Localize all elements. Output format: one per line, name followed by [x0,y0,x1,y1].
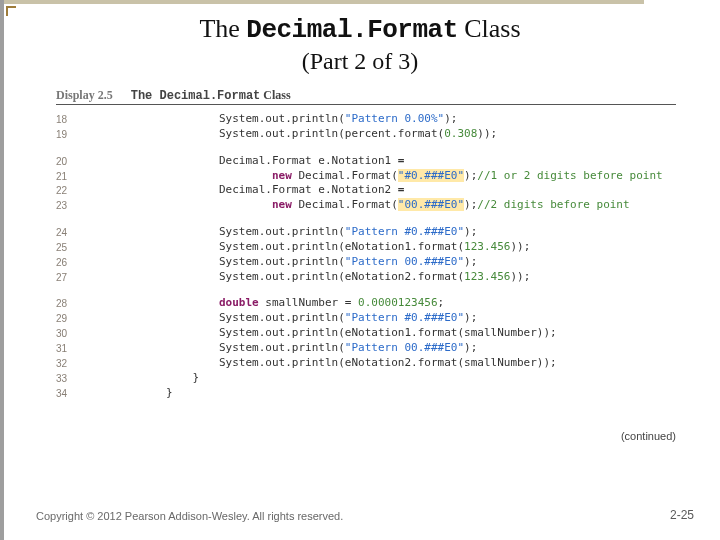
code-content: System.out.println("Pattern 00.###E0"); [84,341,676,356]
title-subtitle: (Part 2 of 3) [0,48,720,76]
line-number: 30 [56,326,84,341]
code-line: 34} [56,386,676,401]
code-line: 18 System.out.println("Pattern 0.00%"); [56,112,676,127]
code-content: System.out.println("Pattern #0.###E0"); [84,311,676,326]
code-content: System.out.println(eNotation1.format(sma… [84,326,676,341]
code-line: 31 System.out.println("Pattern 00.###E0"… [56,341,676,356]
code-line: 25 System.out.println(eNotation1.format(… [56,240,676,255]
line-number: 25 [56,240,84,255]
code-content: new Decimal.Format("00.###E0");//2 digit… [84,198,676,213]
code-blank-line [56,142,676,154]
line-number: 22 [56,183,84,198]
display-class-suffix: Class [260,88,290,102]
display-label: Display 2.5 [56,88,113,102]
code-line: 22 Decimal.Format e.Notation2 = [56,183,676,198]
code-blank-line [56,284,676,296]
code-line: 21 new Decimal.Format("#0.###E0");//1 or… [56,169,676,184]
code-line: 19 System.out.println(percent.format(0.3… [56,127,676,142]
line-number: 28 [56,296,84,311]
code-line: 33 } [56,371,676,386]
code-content: System.out.println("Pattern #0.###E0"); [84,225,676,240]
code-line: 29 System.out.println("Pattern #0.###E0"… [56,311,676,326]
code-content: new Decimal.Format("#0.###E0");//1 or 2 … [84,169,676,184]
line-number: 19 [56,127,84,142]
border-left [0,0,4,540]
code-content: Decimal.Format e.Notation2 = [84,183,676,198]
line-number: 21 [56,169,84,184]
line-number: 27 [56,270,84,285]
code-content: System.out.println("Pattern 0.00%"); [84,112,676,127]
line-number: 32 [56,356,84,371]
code-line: 30 System.out.println(eNotation1.format(… [56,326,676,341]
code-content: System.out.println(eNotation1.format(123… [84,240,676,255]
code-content: } [84,386,676,401]
code-line: 24 System.out.println("Pattern #0.###E0"… [56,225,676,240]
code-content: } [84,371,676,386]
line-number: 29 [56,311,84,326]
code-line: 27 System.out.println(eNotation2.format(… [56,270,676,285]
title-classname: Decimal.Format [246,15,457,45]
line-number: 34 [56,386,84,401]
line-number: 31 [56,341,84,356]
display-caption: Display 2.5 The Decimal.Format Class [56,88,291,103]
code-line: 20 Decimal.Format e.Notation1 = [56,154,676,169]
border-top [4,0,644,4]
continued-label: (continued) [621,430,676,442]
code-content: System.out.println(eNotation2.format(123… [84,270,676,285]
code-content: System.out.println(percent.format(0.308)… [84,127,676,142]
line-number: 20 [56,154,84,169]
title-prefix: The [199,14,246,43]
title-suffix: Class [458,14,521,43]
copyright-footer: Copyright © 2012 Pearson Addison-Wesley.… [36,510,343,522]
code-line: 23 new Decimal.Format("00.###E0");//2 di… [56,198,676,213]
code-line: 26 System.out.println("Pattern 00.###E0"… [56,255,676,270]
line-number: 24 [56,225,84,240]
line-number: 18 [56,112,84,127]
code-content: System.out.println("Pattern 00.###E0"); [84,255,676,270]
page-number: 2-25 [670,508,694,522]
line-number: 26 [56,255,84,270]
code-blank-line [56,213,676,225]
code-content: Decimal.Format e.Notation1 = [84,154,676,169]
slide: The Decimal.Format Class (Part 2 of 3) D… [0,0,720,540]
code-content: double smallNumber = 0.0000123456; [84,296,676,311]
line-number: 23 [56,198,84,213]
code-content: System.out.println(eNotation2.format(sma… [84,356,676,371]
display-classname: The Decimal.Format [131,89,261,103]
code-line: 28 double smallNumber = 0.0000123456; [56,296,676,311]
line-number: 33 [56,371,84,386]
code-line: 32 System.out.println(eNotation2.format(… [56,356,676,371]
slide-title: The Decimal.Format Class (Part 2 of 3) [0,14,720,75]
code-listing: 18 System.out.println("Pattern 0.00%");1… [56,112,676,400]
caption-rule [56,104,676,105]
